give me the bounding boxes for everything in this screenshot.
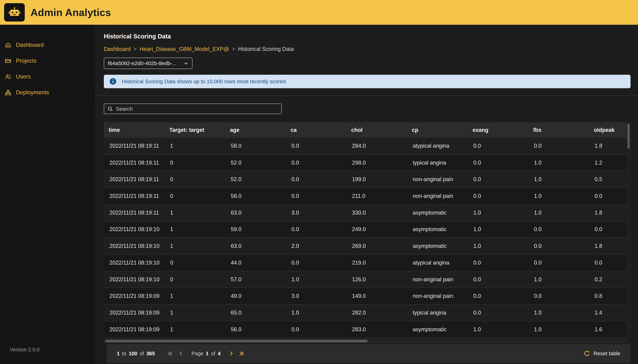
range-from: 1 xyxy=(117,351,120,356)
table-cell: 149.0 xyxy=(346,288,407,304)
double-chevron-right-icon xyxy=(238,350,245,357)
row-range-label: 1to100of365 xyxy=(117,351,156,356)
table-cell: 1 xyxy=(164,238,225,254)
table-cell: 211.0 xyxy=(346,188,407,204)
last-page-button[interactable] xyxy=(237,349,246,358)
table-cell: 0.0 xyxy=(468,188,528,204)
table-cell: 2022/11/21 08:19:11 xyxy=(104,171,165,188)
sidebar-item-label: Projects xyxy=(16,58,37,64)
table-row[interactable]: 2022/11/21 08:19:09156.00.0283.0asymptom… xyxy=(104,321,627,338)
table-cell: 0.0 xyxy=(528,138,589,154)
column-header-cp[interactable]: cp xyxy=(407,122,468,138)
breadcrumb-model[interactable]: Heart_Disease_GBM_Model_EXP@ xyxy=(140,46,229,52)
table-cell: 219.0 xyxy=(346,254,407,271)
top-header: Admin Analytics xyxy=(0,0,638,25)
home-icon xyxy=(5,42,12,48)
table-row[interactable]: 2022/11/21 08:19:10159.00.0249.0asymptom… xyxy=(104,221,627,238)
table-scroll-viewport: time Target: target age ca chol cp exang… xyxy=(104,122,627,338)
table-cell: 1.0 xyxy=(468,238,528,254)
sidebar-item-deployments[interactable]: Deployments xyxy=(0,84,95,100)
app-title: Admin Analytics xyxy=(31,6,111,18)
table-cell: 0.0 xyxy=(286,321,347,338)
table-row[interactable]: 2022/11/21 08:19:09149.03.0149.0non-angi… xyxy=(104,288,627,304)
table-row[interactable]: 2022/11/21 08:19:11052.00.0199.0non-angi… xyxy=(104,171,627,188)
table-cell: 0.0 xyxy=(468,254,528,271)
table-cell: non-anginal pain xyxy=(407,188,468,204)
table-cell: 1.0 xyxy=(528,204,589,221)
table-cell: 298.0 xyxy=(346,154,407,171)
page-of-word: of xyxy=(211,351,215,356)
column-header-oldpeak[interactable]: oldpeak xyxy=(589,122,627,138)
table-cell: 0.0 xyxy=(286,154,347,171)
table-cell: 1 xyxy=(164,138,225,154)
column-header-fbs[interactable]: fbs xyxy=(528,122,589,138)
column-header-chol[interactable]: chol xyxy=(346,122,407,138)
breadcrumb-dashboard[interactable]: Dashboard xyxy=(104,46,131,52)
users-icon xyxy=(5,74,12,80)
table-cell: typical angina xyxy=(407,154,468,171)
pagination-controls: Page1of4 xyxy=(166,349,246,358)
sidebar-item-projects[interactable]: Projects xyxy=(0,53,95,69)
breadcrumb: Dashboard > Heart_Disease_GBM_Model_EXP@… xyxy=(104,46,630,52)
sidebar-item-users[interactable]: Users xyxy=(0,69,95,84)
table-cell: 44.0 xyxy=(225,254,286,271)
table-cell: 1.4 xyxy=(589,304,627,321)
table-cell: 1.8 xyxy=(589,138,627,154)
column-header-target[interactable]: Target: target xyxy=(164,122,225,138)
table-cell: 0.0 xyxy=(468,304,528,321)
table-cell: non-anginal pain xyxy=(407,171,468,188)
first-page-button[interactable] xyxy=(166,349,175,358)
column-header-age[interactable]: age xyxy=(225,122,286,138)
table-cell: typical angina xyxy=(407,304,468,321)
sidebar-item-dashboard[interactable]: Dashboard xyxy=(0,37,95,53)
model-select[interactable]: f64a5092-e2d0-402b-8edb-... xyxy=(104,58,192,69)
reset-table-button[interactable]: Reset table xyxy=(584,350,620,357)
table-section: time Target: target age ca chol cp exang… xyxy=(95,96,638,364)
table-cell: 52.0 xyxy=(225,154,286,171)
table-row[interactable]: 2022/11/21 08:19:10044.00.0219.0atypical… xyxy=(104,254,627,271)
table-cell: 2.0 xyxy=(286,238,347,254)
table-cell: 0.0 xyxy=(286,221,347,238)
next-page-button[interactable] xyxy=(227,349,236,358)
table-cell: 1 xyxy=(164,204,225,221)
deployments-icon xyxy=(5,89,12,96)
table-cell: 1.8 xyxy=(589,204,627,221)
app-root: Admin Analytics Dashboard Projects xyxy=(0,0,638,364)
column-header-exang[interactable]: exang xyxy=(468,122,528,138)
table-cell: 2022/11/21 08:19:11 xyxy=(104,154,165,171)
horizontal-scrollbar-thumb[interactable] xyxy=(105,340,368,342)
table-cell: 58.0 xyxy=(225,138,286,154)
table-cell: 1.0 xyxy=(528,321,589,338)
vertical-scrollbar-thumb[interactable] xyxy=(627,124,630,149)
table-cell: 2022/11/21 08:19:10 xyxy=(104,238,165,254)
breadcrumb-current: Historical Scoring Data xyxy=(238,46,294,52)
page-header-section: Historical Scoring Data Dashboard > Hear… xyxy=(95,25,638,96)
table-row[interactable]: 2022/11/21 08:19:11052.00.0298.0typical … xyxy=(104,154,627,171)
table-row[interactable]: 2022/11/21 08:19:10163.02.0269.0asymptom… xyxy=(104,238,627,254)
table-cell: asymptomatic xyxy=(407,238,468,254)
column-header-ca[interactable]: ca xyxy=(286,122,347,138)
table-cell: 1.6 xyxy=(589,321,627,338)
sidebar: Dashboard Projects Users xyxy=(0,25,95,364)
table-row[interactable]: 2022/11/21 08:19:11158.00.0284.0atypical… xyxy=(104,138,627,154)
table-cell: 0.8 xyxy=(589,288,627,304)
search-input[interactable] xyxy=(116,106,278,112)
previous-page-button[interactable] xyxy=(176,349,185,358)
table-row[interactable]: 2022/11/21 08:19:11163.03.0330.0asymptom… xyxy=(104,204,627,221)
page-current: 1 xyxy=(206,351,209,356)
table-cell: 126.0 xyxy=(346,271,407,288)
column-header-time[interactable]: time xyxy=(104,122,165,138)
horizontal-scrollbar[interactable] xyxy=(104,339,627,343)
table-header-row: time Target: target age ca chol cp exang… xyxy=(104,122,627,138)
page-total: 4 xyxy=(218,351,221,356)
vertical-scrollbar[interactable] xyxy=(627,122,630,338)
table-row[interactable]: 2022/11/21 08:19:10057.01.0126.0non-angi… xyxy=(104,271,627,288)
table-cell: 0.5 xyxy=(589,171,627,188)
table-cell: 1 xyxy=(164,304,225,321)
table-row[interactable]: 2022/11/21 08:19:11058.00.0211.0non-angi… xyxy=(104,188,627,204)
breadcrumb-separator: > xyxy=(232,46,235,52)
table-cell: 1.0 xyxy=(286,304,347,321)
table-cell: 0.0 xyxy=(528,288,589,304)
table-row[interactable]: 2022/11/21 08:19:09165.01.0282.0typical … xyxy=(104,304,627,321)
table-cell: 0.0 xyxy=(589,254,627,271)
